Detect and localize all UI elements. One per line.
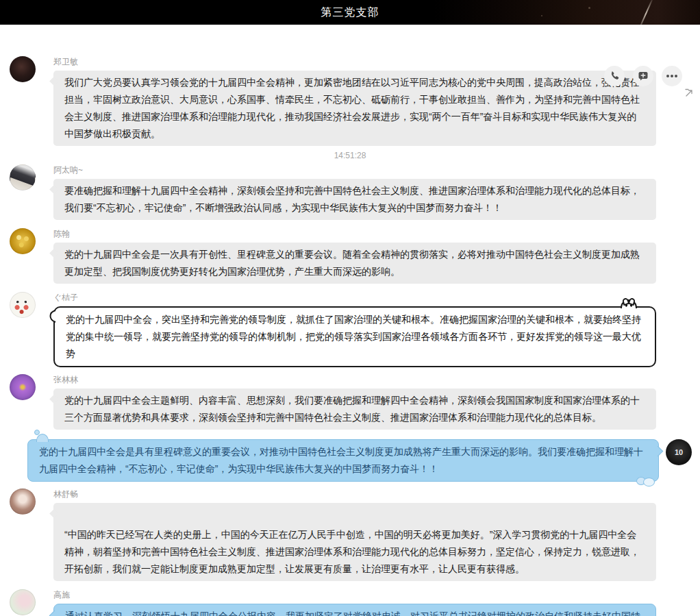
avatar-pale-blossom[interactable] [10,589,36,615]
message-bubble[interactable]: 党的十九届四中全会是具有里程碑意义的重要会议，对推动中国特色社会主义制度更加成熟… [27,439,659,482]
message-row: 张林林党的十九届四中全会主题鲜明、内容丰富、思想深刻，我们要准确把握和理解四中全… [0,374,700,430]
more-button[interactable] [662,66,682,86]
header-speck [541,15,542,16]
page-title: 第三党支部 [321,5,379,20]
sketch-bubble-tail [47,309,56,330]
avatar-dark-photo[interactable] [10,56,36,82]
header-speck [588,7,590,9]
avatar-gold-flower[interactable] [10,228,36,254]
message-bubble[interactable]: 我们广大党员要认真学习领会党的十九届四中全会精神，更加紧密地团结在以习近平同志为… [53,71,656,146]
bubble-cloud-decoration [636,478,654,486]
window-titlebar: 第三党支部 [0,0,700,25]
ellipsis-icon [666,74,678,78]
message-bubble[interactable]: 党的十九届四中全会主题鲜明、内容丰富、思想深刻，我们要准确把握和理解四中全会精神… [53,389,656,430]
message-row: 林舒畅“中国的昨天已经写在人类的史册上，中国的今天正在亿万人民手中创造，中国的明… [0,489,700,581]
author-name: 郑卫敏 [53,56,656,67]
scroll-to-top-arrow-icon[interactable] [684,88,695,99]
message-bubble[interactable]: 通过认真学习、深刻领悟十九届四中全会公报内容，我更加坚定了对党绝对忠诚、对习近平… [53,604,656,616]
author-name: 高施 [53,589,656,600]
header-comet-streak [638,0,654,25]
message-bubble[interactable]: “中国的昨天已经写在人类的史册上，中国的今天正在亿万人民手中创造，中国的明天必将… [53,503,656,581]
message-bubble[interactable]: 党的十九届四中全会，突出坚持和完善党的领导制度，就抓住了国家治理的关键和根本。准… [53,306,656,367]
avatar-anime-girl[interactable] [10,489,36,515]
message-row: 郑卫敏我们广大党员要认真学习领会党的十九届四中全会精神，更加紧密地团结在以习近平… [0,56,700,146]
avatar-meme-face[interactable] [10,292,36,318]
message-row: 阿太呐~要准确把握和理解十九届四中全会精神，深刻领会坚持和完善中国特色社会主义制… [0,164,700,220]
author-name: ぐ桔子 [53,292,656,303]
message-bubble[interactable]: 要准确把握和理解十九届四中全会精神，深刻领会坚持和完善中国特色社会主义制度、推进… [53,179,656,220]
author-name: 林舒畅 [53,489,656,500]
bubble-cloud-decoration [36,434,49,442]
author-name: 张林林 [53,374,656,385]
voice-call-button[interactable] [604,66,625,86]
avatar-gray-portrait[interactable] [10,164,36,190]
chat-area: 郑卫敏我们广大党员要认真学习领会党的十九届四中全会精神，更加紧密地团结在以习近平… [0,56,700,616]
message-row: ぐ桔子党的十九届四中全会，突出坚持和完善党的领导制度，就抓住了国家治理的关键和根… [0,292,700,367]
new-chat-button[interactable] [633,66,653,86]
message-plus-icon [638,71,649,82]
avatar-purple-flower[interactable] [10,374,36,400]
chat-toolbar [604,66,682,86]
avatar-jersey-10[interactable]: 10 [666,439,692,465]
message-list: 郑卫敏我们广大党员要认真学习领会党的十九届四中全会精神，更加紧密地团结在以习近平… [0,56,700,616]
phone-icon [609,71,620,82]
message-bubble[interactable]: 党的十九届四中全会是一次具有开创性、里程碑意义的重要会议。随着全会精神的贯彻落实… [53,243,656,284]
message-row: 高施通过认真学习、深刻领悟十九届四中全会公报内容，我更加坚定了对党绝对忠诚、对习… [0,589,700,616]
timestamp: 14:51:28 [0,150,700,162]
message-row: 10党的十九届四中全会是具有里程碑意义的重要会议，对推动中国特色社会主义制度更加… [0,439,700,482]
author-name: 陈翰 [53,228,656,239]
author-name: 阿太呐~ [53,164,656,175]
message-row: 陈翰党的十九届四中全会是一次具有开创性、里程碑意义的重要会议。随着全会精神的贯彻… [0,228,700,284]
